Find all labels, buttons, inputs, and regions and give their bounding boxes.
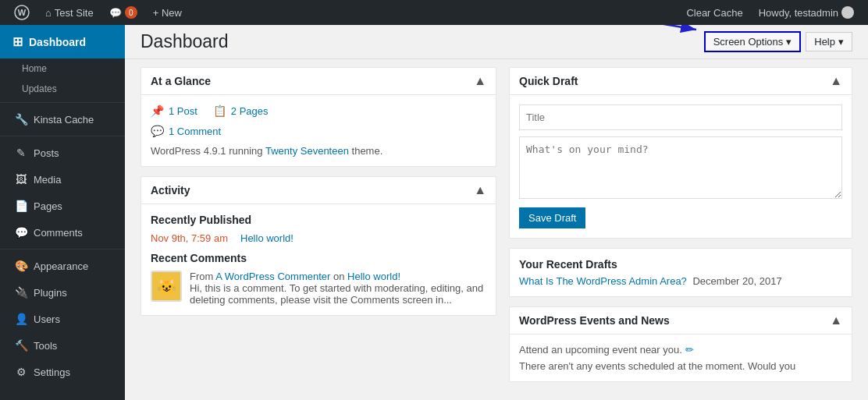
comment-author-link[interactable]: A WordPress Commenter	[215, 271, 330, 282]
sidebar-divider-3	[0, 249, 125, 250]
at-a-glance-toggle[interactable]: ▲	[474, 74, 486, 88]
draft-item-1: What Is The WordPress Admin Area? Decemb…	[519, 275, 842, 287]
sidebar-item-tools[interactable]: 🔨 Tools	[0, 332, 125, 359]
appearance-label: Appearance	[34, 260, 88, 272]
page-title: Dashboard	[141, 31, 229, 52]
recent-drafts-body: Your Recent Drafts What Is The WordPress…	[510, 249, 852, 296]
site-name-label: Test Site	[55, 7, 94, 19]
at-a-glance-body: 📌 1 Post 📋 2 Pages 💬 1 Comment	[141, 95, 496, 166]
page-header: Dashboard Screen Options ▾ Help	[125, 25, 868, 59]
activity-widget: Activity ▲ Recently Published Nov 9th, 7…	[141, 176, 496, 316]
wp-events-body: Attend an upcoming event near you. ✏ The…	[510, 335, 852, 381]
glance-page-item: 📋 2 Pages	[213, 104, 269, 117]
events-description-text: Attend an upcoming event near you.	[519, 344, 682, 356]
comments-button[interactable]: 💬 0	[103, 0, 144, 25]
tools-label: Tools	[34, 340, 57, 352]
howdy-menu[interactable]: Howdy, testadmin	[752, 0, 860, 25]
commenter-avatar: 😺	[151, 271, 182, 302]
sidebar-item-updates[interactable]: Updates	[0, 79, 125, 99]
media-label: Media	[34, 174, 61, 186]
help-button[interactable]: Help ▾	[806, 32, 852, 51]
glance-comment-link[interactable]: 1 Comment	[169, 126, 221, 137]
sidebar: ⊞ Dashboard Home Updates 🔧 Kinsta Cache …	[0, 25, 125, 400]
quick-draft-title-input[interactable]	[519, 104, 842, 130]
glance-theme-link[interactable]: Twenty Seventeen	[265, 145, 349, 157]
sidebar-item-home[interactable]: Home	[0, 58, 125, 79]
admin-bar: W ⌂ Test Site 💬 0 + New Clear Cache Howd…	[0, 0, 868, 25]
wp-events-title: WordPress Events and News	[519, 314, 670, 327]
screen-options-label: Screen Options	[713, 36, 784, 48]
media-icon: 🖼	[15, 173, 27, 186]
sidebar-item-posts[interactable]: ✎ Posts	[0, 140, 125, 166]
dashboard-body: At a Glance ▲ 📌 1 Post 📋 2 Pages	[125, 59, 868, 390]
settings-label: Settings	[34, 366, 70, 378]
right-column: Quick Draft ▲ Save Draft Your Recent Dra…	[509, 67, 852, 382]
recent-drafts-title: Your Recent Drafts	[519, 258, 842, 271]
annotation-arrow	[610, 25, 712, 36]
glance-page-link[interactable]: 2 Pages	[231, 105, 269, 117]
save-draft-button[interactable]: Save Draft	[519, 207, 585, 228]
comment-from-label: From	[190, 271, 213, 282]
appearance-icon: 🎨	[15, 260, 27, 272]
dashboard-brand[interactable]: ⊞ Dashboard	[0, 25, 125, 58]
site-name-button[interactable]: ⌂ Test Site	[39, 0, 100, 25]
settings-icon: ⚙	[15, 366, 27, 378]
activity-toggle[interactable]: ▲	[474, 183, 486, 197]
clear-cache-button[interactable]: Clear Cache	[680, 0, 749, 25]
kinsta-cache-icon: 🔧	[15, 113, 27, 126]
sidebar-item-media[interactable]: 🖼 Media	[0, 166, 125, 193]
quick-draft-title: Quick Draft	[519, 75, 578, 87]
sidebar-item-users[interactable]: 👤 Users	[0, 306, 125, 332]
users-icon: 👤	[15, 313, 27, 325]
clear-cache-label: Clear Cache	[686, 7, 742, 19]
events-description: Attend an upcoming event near you. ✏	[519, 344, 842, 356]
quick-draft-widget: Quick Draft ▲ Save Draft	[509, 67, 852, 239]
quick-draft-header: Quick Draft ▲	[510, 68, 852, 95]
at-a-glance-header: At a Glance ▲	[141, 68, 496, 95]
quick-draft-content-input[interactable]	[519, 136, 842, 199]
sidebar-item-pages[interactable]: 📄 Pages	[0, 193, 125, 219]
new-label: + New	[153, 7, 182, 19]
draft-link-1[interactable]: What Is The WordPress Admin Area?	[519, 275, 687, 287]
page-icon: 📋	[213, 104, 226, 117]
pencil-icon[interactable]: ✏	[685, 344, 694, 356]
home-icon: ⌂	[45, 7, 52, 19]
plugins-label: Plugins	[34, 287, 67, 299]
users-label: Users	[34, 313, 60, 325]
tools-icon: 🔨	[15, 339, 27, 352]
svg-line-3	[618, 25, 696, 30]
svg-text:W: W	[18, 8, 27, 17]
header-actions: Screen Options ▾ Help ▾	[704, 31, 852, 58]
posts-icon: ✎	[15, 147, 27, 159]
sidebar-item-appearance[interactable]: 🎨 Appearance	[0, 253, 125, 279]
sidebar-divider-1	[0, 102, 125, 103]
admin-bar-right: Clear Cache Howdy, testadmin	[680, 0, 860, 25]
updates-sub-label: Updates	[22, 83, 57, 94]
screen-options-button[interactable]: Screen Options ▾	[704, 31, 802, 52]
at-a-glance-title: At a Glance	[151, 75, 211, 87]
sidebar-item-settings[interactable]: ⚙ Settings	[0, 359, 125, 385]
pages-icon: 📄	[15, 200, 27, 212]
sidebar-item-kinsta-cache[interactable]: 🔧 Kinsta Cache	[0, 106, 125, 133]
sidebar-item-plugins[interactable]: 🔌 Plugins	[0, 279, 125, 306]
quick-draft-toggle[interactable]: ▲	[830, 74, 842, 88]
published-link[interactable]: Hello world!	[240, 232, 293, 244]
glance-post-link[interactable]: 1 Post	[169, 105, 197, 117]
help-label: Help	[814, 36, 835, 48]
glance-wp-text: WordPress 4.9.1 running	[151, 145, 263, 157]
wp-events-toggle[interactable]: ▲	[830, 313, 842, 327]
admin-bar-left: W ⌂ Test Site 💬 0 + New	[8, 0, 188, 25]
recently-published-title: Recently Published	[151, 214, 486, 226]
comment-post-link[interactable]: Hello world!	[347, 271, 400, 282]
new-content-button[interactable]: + New	[147, 0, 188, 25]
activity-title: Activity	[151, 184, 190, 196]
glance-post-item: 📌 1 Post	[151, 104, 197, 117]
howdy-label: Howdy, testadmin	[759, 7, 838, 19]
comment-body-text: Hi, this is a comment. To get started wi…	[190, 282, 483, 306]
comment-item: 😺 From A WordPress Commenter on Hello wo…	[151, 271, 486, 306]
help-arrow-icon: ▾	[838, 36, 844, 48]
comment-on-label: on	[333, 271, 344, 282]
wp-logo-button[interactable]: W	[8, 0, 36, 25]
posts-label: Posts	[34, 147, 59, 159]
sidebar-item-comments[interactable]: 💬 Comments	[0, 219, 125, 246]
